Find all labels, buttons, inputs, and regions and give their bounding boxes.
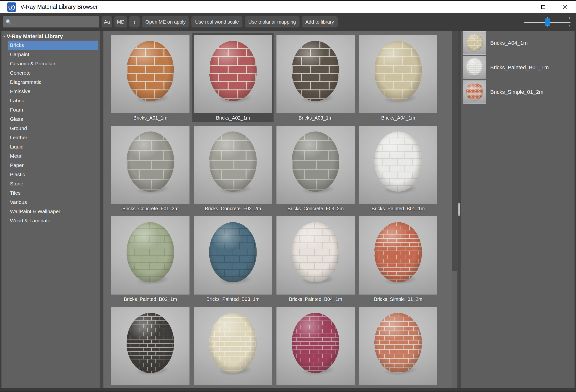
material-thumbnail (276, 126, 355, 204)
close-button[interactable] (554, 1, 576, 13)
material-tile-bricks_concrete_f02_2m[interactable]: Bricks_Concrete_F02_2m (192, 124, 274, 213)
sidebar-item-wood-laminate[interactable]: Wood & Laminate (8, 216, 98, 225)
search-box[interactable] (3, 16, 99, 28)
search-input[interactable] (12, 19, 97, 25)
material-thumbnail (111, 216, 190, 295)
sidebar-item-ceramic-porcelain[interactable]: Ceramic & Porcelain (8, 59, 98, 68)
material-tile-bricks_concrete_f03_2m[interactable]: Bricks_Concrete_F03_2m (275, 124, 356, 213)
sidebar-item-liquid[interactable]: Liquid (8, 142, 98, 151)
material-thumbnail (111, 307, 190, 385)
material-name: Bricks_Concrete_F01_2m (122, 206, 178, 211)
material-thumbnail (463, 56, 486, 79)
selected-material-name: Bricks_A04_1m (490, 40, 528, 46)
vray-logo-icon: V (7, 2, 16, 12)
maximize-button[interactable] (532, 1, 554, 13)
material-tile-bricks_simple_01_2m[interactable]: Bricks_Simple_01_2m (358, 214, 439, 303)
material-thumbnail (359, 35, 437, 113)
add-to-library-button[interactable]: Add to library (302, 16, 338, 28)
thumbnail-size-slider[interactable] (524, 16, 571, 28)
sidebar-item-emissive[interactable]: Emissive (8, 87, 98, 96)
material-tile-bricks_a01_1m[interactable]: Bricks_A01_1m (110, 33, 191, 122)
material-sphere (292, 41, 339, 101)
material-sphere (127, 131, 174, 192)
sidebar-splitter[interactable] (100, 31, 104, 388)
sort-updown-button[interactable]: ↕ (129, 16, 140, 28)
material-tile-bricks_painted_b01_1m[interactable]: Bricks_Painted_B01_1m (358, 124, 439, 213)
sidebar-item-ground[interactable]: Ground (8, 124, 98, 133)
sidebar-item-stone[interactable]: Stone (8, 179, 98, 188)
splitter-grip-icon (459, 203, 460, 216)
material-tile-bricks_painted_b03_1m[interactable]: Bricks_Painted_B03_1m (192, 214, 274, 303)
sidebar-item-foam[interactable]: Foam (8, 105, 98, 115)
material-sphere (209, 41, 257, 101)
sidebar-item-diagrammatic[interactable]: Diagrammatic (8, 78, 98, 87)
material-sphere (374, 222, 422, 282)
slider-tick (570, 17, 570, 19)
material-tile-bricks_concrete_f01_2m[interactable]: Bricks_Concrete_F01_2m (110, 124, 191, 213)
sidebar-item-plastic[interactable]: Plastic (8, 170, 98, 179)
open-me-on-apply-button[interactable]: Open ME on apply (142, 16, 190, 28)
material-name: Bricks_Painted_B02_1m (124, 296, 177, 302)
sidebar-item-glass[interactable]: Glass (8, 115, 98, 124)
maximize-icon (541, 5, 545, 9)
material-tile-bricks_a03_1m[interactable]: Bricks_A03_1m (275, 33, 356, 122)
material-sphere (374, 313, 422, 373)
use-triplanar-mapping-button[interactable]: Use triplanar mapping (245, 16, 300, 28)
material-grid: Bricks_A01_1mBricks_A02_1mBricks_A03_1mB… (110, 33, 452, 388)
material-name: Bricks_A03_1m (299, 115, 333, 121)
sidebar-item-fabric[interactable]: Fabric (8, 96, 98, 105)
panel-splitter[interactable] (457, 31, 461, 388)
use-real-world-scale-button[interactable]: Use real world scale (191, 16, 242, 28)
material-name: Bricks_Painted_B01_1m (372, 206, 425, 211)
material-thumbnail (276, 35, 355, 113)
svg-text:V: V (10, 5, 14, 10)
material-thumbnail (194, 35, 272, 113)
material-sphere (374, 41, 422, 101)
collapse-triangle-icon: ▾ (3, 35, 5, 38)
minimize-button[interactable] (510, 1, 532, 13)
material-sphere (209, 313, 257, 373)
sidebar-item-metal[interactable]: Metal (8, 151, 98, 161)
material-thumbnail (359, 126, 437, 204)
sidebar-item-various[interactable]: Various (8, 198, 98, 207)
category-sidebar: ▾ V-Ray Material Library BricksCarpaintC… (1, 31, 100, 388)
sidebar-item-leather[interactable]: Leather (8, 133, 98, 142)
material-name: Bricks_Painted_B04_1m (289, 296, 342, 302)
scrollbar-thumb[interactable] (452, 31, 457, 271)
material-sphere (209, 222, 257, 282)
material-name: Bricks_A04_1m (381, 115, 415, 121)
slider-tick (525, 17, 525, 19)
selected-panel-item-bricks_a04_1m[interactable]: Bricks_A04_1m (463, 31, 575, 55)
md-button[interactable]: MD (115, 16, 127, 28)
grid-vertical-scrollbar[interactable] (452, 31, 457, 388)
tree-root-label: V-Ray Material Library (7, 33, 63, 40)
material-tile-bricks_a02_1m[interactable]: Bricks_A02_1m (192, 33, 274, 122)
material-sphere (292, 313, 339, 373)
selected-panel-item-bricks_painted_b01_1m[interactable]: Bricks_Painted_B01_1m (463, 56, 575, 79)
material-sphere (127, 41, 174, 101)
material-tile-bricks_painted_b04_1m[interactable]: Bricks_Painted_B04_1m (275, 214, 356, 303)
material-tile-bricks_simple_04_2m[interactable]: Bricks_Simple_04_2m (275, 305, 356, 388)
material-tile-bricks_simple_02_2m[interactable]: Bricks_Simple_02_2m (110, 305, 191, 388)
tree-root[interactable]: ▾ V-Ray Material Library (1, 31, 100, 41)
material-name: Bricks_Concrete_F02_2m (205, 206, 261, 211)
slider-tick (547, 25, 547, 27)
minimize-icon (519, 7, 523, 7)
material-tile-bricks_simple_05_2m[interactable]: Bricks_Simple_05_2m (358, 305, 439, 388)
sidebar-item-carpaint[interactable]: Carpaint (8, 50, 98, 59)
material-tile-bricks_painted_b02_1m[interactable]: Bricks_Painted_B02_1m (110, 214, 191, 303)
sidebar-item-bricks[interactable]: Bricks (8, 41, 98, 50)
content-area: ▾ V-Ray Material Library BricksCarpaintC… (0, 31, 576, 388)
match-case-button[interactable]: Aa (102, 16, 112, 28)
material-tile-bricks_simple_03_2m[interactable]: Bricks_Simple_03_2m (192, 305, 274, 388)
material-name: Bricks_A01_1m (133, 115, 167, 121)
sidebar-item-tiles[interactable]: Tiles (8, 188, 98, 198)
selected-materials-panel: Bricks_A04_1mBricks_Painted_B01_1mBricks… (461, 31, 575, 388)
selected-panel-item-bricks_simple_01_2m[interactable]: Bricks_Simple_01_2m (463, 80, 575, 104)
sidebar-item-concrete[interactable]: Concrete (8, 68, 98, 78)
material-grid-area: Bricks_A01_1mBricks_A02_1mBricks_A03_1mB… (104, 31, 452, 388)
material-tile-bricks_a04_1m[interactable]: Bricks_A04_1m (358, 33, 439, 122)
sidebar-item-wallpaint-wallpaper[interactable]: WallPaint & Wallpaper (8, 207, 98, 216)
toolbar: Aa MD ↕ Open ME on apply Use real world … (0, 13, 576, 31)
sidebar-item-paper[interactable]: Paper (8, 161, 98, 170)
